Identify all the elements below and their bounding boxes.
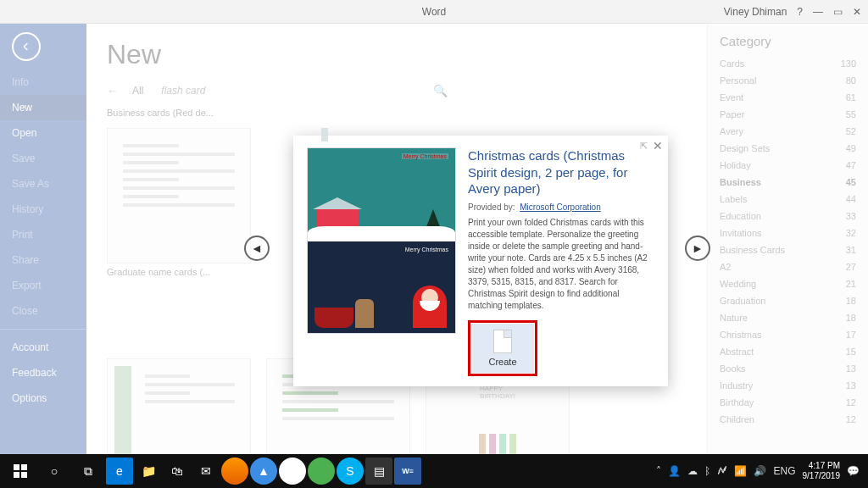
tray-chevron-icon[interactable]: ˄ (656, 465, 661, 477)
titlebar-right: Viney Dhiman ? — ▭ ✕ (724, 6, 861, 18)
help-icon[interactable]: ? (797, 6, 803, 18)
bluetooth-icon[interactable]: ᛒ (704, 465, 710, 477)
template-preview-dialog: ⇱ ✕ Merry Christmas Merry Christmas Chri… (293, 136, 668, 386)
app-icon[interactable]: ▤ (365, 458, 392, 485)
preview-greeting: Merry Christmas (402, 153, 448, 159)
title-bar: Word Viney Dhiman ? — ▭ ✕ (0, 0, 868, 24)
chrome-icon[interactable]: ◉ (279, 458, 306, 485)
start-button[interactable] (3, 454, 37, 488)
document-icon (493, 330, 512, 353)
task-view-icon[interactable]: ⧉ (71, 454, 105, 488)
edge-icon[interactable]: e (106, 458, 133, 485)
template-preview-image: Merry Christmas Merry Christmas (307, 147, 456, 334)
previous-template-button[interactable]: ◄ (244, 236, 270, 261)
app-icon[interactable] (308, 458, 335, 485)
create-button[interactable]: Create (471, 324, 534, 373)
cortana-icon[interactable]: ○ (37, 454, 71, 488)
maximize-button[interactable]: ▭ (833, 6, 843, 18)
template-description: Print your own folded Christmas cards wi… (468, 217, 654, 312)
provider-link[interactable]: Microsoft Corporation (520, 202, 601, 212)
clock[interactable]: 4:17 PM 9/17/2019 (803, 461, 841, 481)
word-taskbar-icon[interactable]: W≡ (394, 458, 421, 485)
action-center-icon[interactable]: 💬 (847, 465, 860, 477)
mail-icon[interactable]: ✉ (192, 458, 220, 485)
template-title: Christmas cards (Christmas Spirit design… (468, 147, 654, 197)
create-highlight: Create (468, 320, 537, 376)
minimize-button[interactable]: — (813, 6, 823, 18)
firefox-icon[interactable] (221, 458, 248, 485)
skype-icon[interactable]: S (337, 458, 364, 485)
volume-icon[interactable]: 🔊 (754, 465, 766, 477)
people-icon[interactable]: 👤 (668, 465, 681, 477)
battery-icon[interactable]: 🗲 (717, 465, 727, 477)
close-button[interactable]: ✕ (853, 6, 861, 18)
app-icon[interactable]: ▲ (250, 458, 277, 485)
preview-greeting: Merry Christmas (405, 247, 448, 252)
language-indicator[interactable]: ENG (773, 465, 795, 477)
file-explorer-icon[interactable]: 📁 (135, 458, 162, 485)
next-template-button[interactable]: ► (685, 236, 710, 261)
pin-icon[interactable]: ⇱ (640, 141, 648, 152)
provided-by-label: Provided by: (468, 202, 515, 212)
close-dialog-button[interactable]: ✕ (653, 139, 663, 152)
store-icon[interactable]: 🛍 (164, 458, 191, 485)
app-title: Word (422, 6, 446, 18)
onedrive-icon[interactable]: ☁ (687, 465, 698, 477)
wifi-icon[interactable]: 📶 (734, 465, 747, 477)
user-name: Viney Dhiman (724, 6, 787, 18)
create-label: Create (488, 357, 516, 367)
windows-taskbar: ○ ⧉ e 📁 🛍 ✉ ▲ ◉ S ▤ W≡ ˄ 👤 ☁ ᛒ 🗲 📶 🔊 ENG… (0, 454, 868, 488)
